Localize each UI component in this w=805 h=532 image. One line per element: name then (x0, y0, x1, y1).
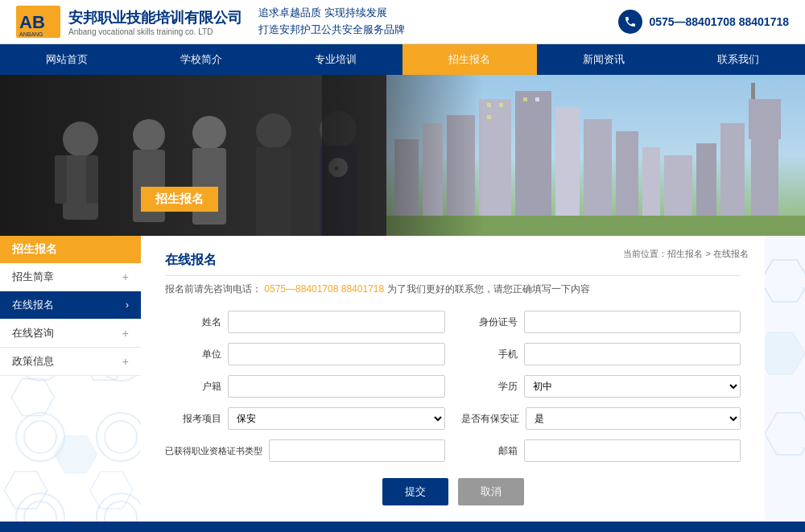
label-unit: 单位 (165, 348, 221, 361)
hero-right (386, 75, 805, 236)
slogan: 追求卓越品质 实现持续发展 打造安邦护卫公共安全服务品牌 (258, 5, 618, 39)
form-actions: 提交 取消 (165, 478, 741, 505)
svg-marker-48 (765, 413, 805, 455)
label-phone: 手机 (461, 348, 518, 361)
svg-marker-42 (11, 379, 54, 416)
logo-area: AB ANBANG 安邦职业技能培训有限公司 Anbang vocational… (16, 6, 242, 38)
form-row-name: 姓名 (165, 311, 445, 333)
nav-item-about[interactable]: 学校简介 (134, 44, 269, 75)
contact-phone-link[interactable]: 0575—88401708 88401718 (264, 283, 384, 295)
header-contact: 0575—88401708 88401718 (618, 10, 789, 34)
svg-marker-45 (90, 472, 133, 509)
plus-icon-2: + (122, 327, 129, 340)
svg-rect-35 (523, 97, 527, 101)
nav-item-enrollment[interactable]: 招生报名 (402, 44, 537, 75)
nav-item-training[interactable]: 专业培训 (268, 44, 402, 75)
svg-rect-12 (256, 147, 291, 236)
label-cert: 已获得职业资格证书类型 (165, 445, 262, 457)
svg-rect-37 (386, 216, 805, 236)
main-content: 当前位置：招生报名 > 在线报名 在线报名 报名前请先咨询电话： 0575—88… (141, 236, 765, 522)
svg-text:ANBANG: ANBANG (19, 31, 43, 37)
sidebar-section-header: 招生报名 (0, 236, 141, 263)
label-project: 报考项目 (165, 412, 221, 426)
svg-rect-21 (515, 91, 551, 236)
svg-rect-31 (751, 83, 755, 99)
sidebar: 招生报名 招生简章 + 在线报名 › 在线咨询 + 政策信息 + (0, 236, 141, 522)
form-row-project: 报考项目 保安 消防 电工 焊工 (165, 407, 445, 430)
svg-marker-47 (765, 332, 805, 374)
input-name[interactable] (228, 311, 445, 333)
nav-item-contact[interactable]: 联系我们 (671, 44, 805, 75)
submit-button[interactable]: 提交 (382, 478, 448, 505)
enrollment-form: 姓名 身份证号 单位 手机 户籍 (165, 311, 741, 505)
svg-marker-44 (4, 472, 47, 509)
select-insurance[interactable]: 是 否 (526, 407, 741, 430)
header: AB ANBANG 安邦职业技能培训有限公司 Anbang vocational… (0, 0, 805, 44)
plus-icon: + (122, 270, 129, 283)
sidebar-item-policy[interactable]: 政策信息 + (0, 348, 141, 376)
svg-rect-5 (55, 155, 67, 204)
input-cert[interactable] (269, 439, 445, 462)
nav-item-home[interactable]: 网站首页 (0, 44, 134, 75)
form-row-cert: 已获得职业资格证书类型 (165, 439, 445, 462)
svg-text:AB: AB (19, 12, 45, 32)
nav-item-news[interactable]: 新闻资讯 (537, 44, 671, 75)
main-wrapper: 招生报名 招生简章 + 在线报名 › 在线咨询 + 政策信息 + 当前 (0, 236, 805, 522)
arrow-icon: › (126, 299, 129, 311)
form-row-insurance: 是否有保安证 是 否 (461, 407, 741, 430)
slogan-bottom: 打造安邦护卫公共安全服务品牌 (258, 22, 618, 39)
input-id[interactable] (524, 311, 741, 333)
plus-icon-3: + (122, 355, 129, 368)
logo-icon: AB ANBANG (16, 6, 60, 38)
svg-rect-34 (487, 115, 491, 119)
hero-badge: 招生报名 (141, 187, 218, 212)
svg-point-3 (63, 122, 98, 157)
hero-left: ★ (0, 75, 443, 236)
header-phone: 0575—88401708 88401718 (649, 15, 789, 28)
contact-info-line: 报名前请先咨询电话： 0575—88401708 88401718 为了我们更好… (165, 282, 741, 296)
right-deco-svg (765, 236, 805, 477)
svg-point-13 (320, 111, 357, 148)
sidebar-item-overview[interactable]: 招生简章 + (0, 263, 141, 291)
svg-marker-46 (765, 260, 805, 302)
svg-text:★: ★ (333, 165, 340, 172)
svg-rect-33 (499, 103, 503, 107)
cancel-button[interactable]: 取消 (458, 478, 524, 505)
svg-point-7 (133, 119, 165, 151)
right-deco-panel (765, 236, 805, 522)
select-project[interactable]: 保安 消防 电工 焊工 (228, 407, 445, 430)
breadcrumb: 当前位置：招生报名 > 在线报名 (623, 248, 749, 260)
form-row-postcode: 邮箱 (461, 439, 741, 462)
label-edu: 学历 (461, 380, 518, 394)
label-hometown: 户籍 (165, 380, 221, 394)
company-info: 安邦职业技能培训有限公司 Anbang vocational skills tr… (68, 8, 242, 36)
sidebar-item-consult[interactable]: 在线咨询 + (0, 320, 141, 348)
form-row-edu: 学历 小学 初中 高中 大专 本科 研究生 (461, 375, 741, 398)
svg-rect-29 (749, 99, 781, 139)
label-name: 姓名 (165, 315, 221, 329)
svg-point-11 (256, 113, 291, 149)
company-name-en: Anbang vocational skills training co. LT… (68, 27, 242, 36)
input-unit[interactable] (228, 343, 445, 365)
sidebar-item-online-enroll[interactable]: 在线报名 › (0, 291, 141, 320)
footer: 联系方式 联系电话： 0575—88401708 88401718 联系人： 罗… (0, 522, 805, 532)
svg-marker-43 (55, 436, 97, 473)
form-row-phone: 手机 (461, 343, 741, 365)
input-phone[interactable] (524, 343, 741, 365)
select-edu[interactable]: 小学 初中 高中 大专 本科 研究生 (524, 375, 741, 398)
sidebar-menu: 招生报名 招生简章 + 在线报名 › 在线咨询 + 政策信息 + (0, 236, 141, 376)
input-hometown[interactable] (228, 375, 445, 398)
form-grid: 姓名 身份证号 单位 手机 户籍 (165, 311, 741, 462)
svg-rect-32 (487, 103, 491, 107)
hero-banner: ★ (0, 75, 805, 236)
slogan-top: 追求卓越品质 实现持续发展 (258, 5, 618, 22)
input-postcode[interactable] (524, 439, 741, 462)
label-id: 身份证号 (461, 315, 518, 329)
svg-rect-6 (86, 155, 98, 204)
phone-icon (618, 10, 642, 34)
label-insurance: 是否有保安证 (461, 412, 519, 426)
main-nav: 网站首页 学校简介 专业培训 招生报名 新闻资讯 联系我们 (0, 44, 805, 75)
svg-point-9 (192, 116, 226, 150)
company-name-cn: 安邦职业技能培训有限公司 (68, 8, 242, 27)
form-row-hometown: 户籍 (165, 375, 445, 398)
